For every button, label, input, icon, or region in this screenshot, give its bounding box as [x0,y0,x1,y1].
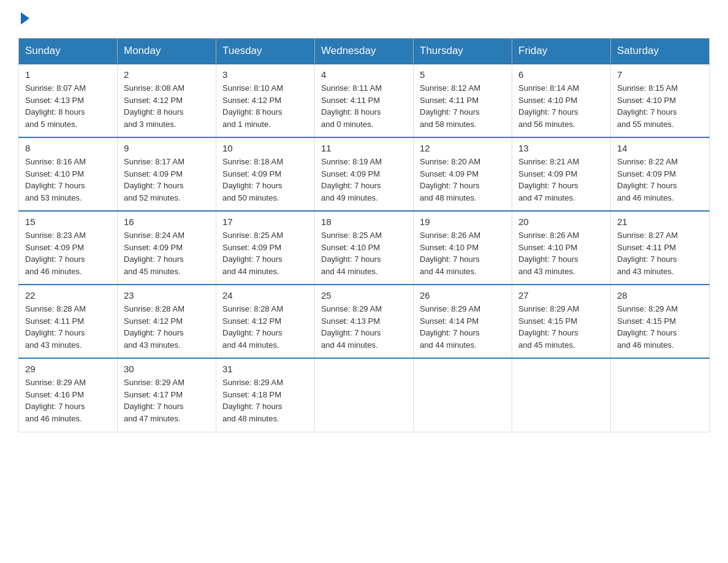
calendar-cell: 17 Sunrise: 8:25 AMSunset: 4:09 PMDaylig… [216,211,315,285]
day-number: 4 [321,69,407,80]
header-saturday: Saturday [611,39,710,64]
day-number: 3 [222,69,308,80]
page-header [18,12,710,26]
calendar-cell: 25 Sunrise: 8:29 AMSunset: 4:13 PMDaylig… [315,285,414,358]
calendar-cell: 18 Sunrise: 8:25 AMSunset: 4:10 PMDaylig… [315,211,414,285]
calendar-cell: 27 Sunrise: 8:29 AMSunset: 4:15 PMDaylig… [512,285,611,358]
day-number: 17 [222,216,308,227]
header-wednesday: Wednesday [315,39,414,64]
calendar-cell: 21 Sunrise: 8:27 AMSunset: 4:11 PMDaylig… [611,211,710,285]
calendar-cell: 16 Sunrise: 8:24 AMSunset: 4:09 PMDaylig… [118,211,216,285]
day-info: Sunrise: 8:20 AMSunset: 4:09 PMDaylight:… [420,156,506,204]
day-number: 12 [420,143,506,153]
calendar-cell: 14 Sunrise: 8:22 AMSunset: 4:09 PMDaylig… [611,137,710,211]
day-number: 29 [25,364,111,374]
calendar-cell: 11 Sunrise: 8:19 AMSunset: 4:09 PMDaylig… [315,137,414,211]
day-number: 7 [617,69,703,80]
calendar-cell: 9 Sunrise: 8:17 AMSunset: 4:09 PMDayligh… [118,137,216,211]
header-tuesday: Tuesday [216,39,315,64]
calendar-cell: 29 Sunrise: 8:29 AMSunset: 4:16 PMDaylig… [19,358,118,432]
day-info: Sunrise: 8:28 AMSunset: 4:12 PMDaylight:… [124,303,210,351]
logo [18,12,29,26]
week-row-2: 8 Sunrise: 8:16 AMSunset: 4:10 PMDayligh… [19,137,710,211]
day-info: Sunrise: 8:19 AMSunset: 4:09 PMDaylight:… [321,156,407,204]
header-row: SundayMondayTuesdayWednesdayThursdayFrid… [19,39,710,64]
day-info: Sunrise: 8:24 AMSunset: 4:09 PMDaylight:… [124,229,210,277]
calendar-cell: 12 Sunrise: 8:20 AMSunset: 4:09 PMDaylig… [414,137,512,211]
day-info: Sunrise: 8:25 AMSunset: 4:10 PMDaylight:… [321,229,407,277]
day-info: Sunrise: 8:14 AMSunset: 4:10 PMDaylight:… [518,82,604,130]
calendar-cell: 3 Sunrise: 8:10 AMSunset: 4:12 PMDayligh… [216,64,315,137]
calendar-cell [611,358,710,432]
day-number: 13 [518,143,604,153]
day-info: Sunrise: 8:27 AMSunset: 4:11 PMDaylight:… [617,229,703,277]
day-number: 24 [222,290,308,301]
day-number: 23 [124,290,210,301]
day-info: Sunrise: 8:29 AMSunset: 4:13 PMDaylight:… [321,303,407,351]
day-number: 19 [420,216,506,227]
day-info: Sunrise: 8:23 AMSunset: 4:09 PMDaylight:… [25,229,111,277]
day-number: 26 [420,290,506,301]
day-number: 18 [321,216,407,227]
day-info: Sunrise: 8:18 AMSunset: 4:09 PMDaylight:… [222,156,308,204]
day-info: Sunrise: 8:29 AMSunset: 4:14 PMDaylight:… [420,303,506,351]
day-info: Sunrise: 8:07 AMSunset: 4:13 PMDaylight:… [25,82,111,130]
day-info: Sunrise: 8:15 AMSunset: 4:10 PMDaylight:… [617,82,703,130]
day-number: 5 [420,69,506,80]
calendar-cell: 28 Sunrise: 8:29 AMSunset: 4:15 PMDaylig… [611,285,710,358]
calendar-cell: 26 Sunrise: 8:29 AMSunset: 4:14 PMDaylig… [414,285,512,358]
week-row-3: 15 Sunrise: 8:23 AMSunset: 4:09 PMDaylig… [19,211,710,285]
day-number: 25 [321,290,407,301]
day-number: 30 [124,364,210,374]
calendar-cell [315,358,414,432]
day-info: Sunrise: 8:16 AMSunset: 4:10 PMDaylight:… [25,156,111,204]
calendar-cell: 4 Sunrise: 8:11 AMSunset: 4:11 PMDayligh… [315,64,414,137]
day-number: 1 [25,69,111,80]
day-number: 15 [25,216,111,227]
calendar-table: SundayMondayTuesdayWednesdayThursdayFrid… [18,38,710,432]
week-row-5: 29 Sunrise: 8:29 AMSunset: 4:16 PMDaylig… [19,358,710,432]
calendar-cell [512,358,611,432]
day-info: Sunrise: 8:22 AMSunset: 4:09 PMDaylight:… [617,156,703,204]
day-info: Sunrise: 8:17 AMSunset: 4:09 PMDaylight:… [124,156,210,204]
calendar-cell: 5 Sunrise: 8:12 AMSunset: 4:11 PMDayligh… [414,64,512,137]
calendar-cell: 31 Sunrise: 8:29 AMSunset: 4:18 PMDaylig… [216,358,315,432]
calendar-cell: 15 Sunrise: 8:23 AMSunset: 4:09 PMDaylig… [19,211,118,285]
logo-chevron-icon [21,12,29,25]
calendar-cell: 1 Sunrise: 8:07 AMSunset: 4:13 PMDayligh… [19,64,118,137]
calendar-cell: 6 Sunrise: 8:14 AMSunset: 4:10 PMDayligh… [512,64,611,137]
day-info: Sunrise: 8:25 AMSunset: 4:09 PMDaylight:… [222,229,308,277]
calendar-cell: 30 Sunrise: 8:29 AMSunset: 4:17 PMDaylig… [118,358,216,432]
day-number: 2 [124,69,210,80]
day-info: Sunrise: 8:26 AMSunset: 4:10 PMDaylight:… [420,229,506,277]
day-info: Sunrise: 8:28 AMSunset: 4:12 PMDaylight:… [222,303,308,351]
day-info: Sunrise: 8:29 AMSunset: 4:15 PMDaylight:… [518,303,604,351]
day-number: 31 [222,364,308,374]
day-info: Sunrise: 8:11 AMSunset: 4:11 PMDaylight:… [321,82,407,130]
day-number: 20 [518,216,604,227]
calendar-cell: 8 Sunrise: 8:16 AMSunset: 4:10 PMDayligh… [19,137,118,211]
calendar-cell: 2 Sunrise: 8:08 AMSunset: 4:12 PMDayligh… [118,64,216,137]
day-number: 14 [617,143,703,153]
day-info: Sunrise: 8:29 AMSunset: 4:17 PMDaylight:… [124,377,210,424]
header-sunday: Sunday [19,39,118,64]
calendar-cell: 23 Sunrise: 8:28 AMSunset: 4:12 PMDaylig… [118,285,216,358]
day-number: 10 [222,143,308,153]
week-row-1: 1 Sunrise: 8:07 AMSunset: 4:13 PMDayligh… [19,64,710,137]
calendar-cell: 20 Sunrise: 8:26 AMSunset: 4:10 PMDaylig… [512,211,611,285]
day-info: Sunrise: 8:26 AMSunset: 4:10 PMDaylight:… [518,229,604,277]
day-info: Sunrise: 8:12 AMSunset: 4:11 PMDaylight:… [420,82,506,130]
header-friday: Friday [512,39,611,64]
calendar-cell: 10 Sunrise: 8:18 AMSunset: 4:09 PMDaylig… [216,137,315,211]
day-number: 21 [617,216,703,227]
day-info: Sunrise: 8:08 AMSunset: 4:12 PMDaylight:… [124,82,210,130]
calendar-cell: 22 Sunrise: 8:28 AMSunset: 4:11 PMDaylig… [19,285,118,358]
day-number: 22 [25,290,111,301]
day-number: 8 [25,143,111,153]
day-number: 6 [518,69,604,80]
day-info: Sunrise: 8:28 AMSunset: 4:11 PMDaylight:… [25,303,111,351]
day-info: Sunrise: 8:29 AMSunset: 4:15 PMDaylight:… [617,303,703,351]
day-info: Sunrise: 8:29 AMSunset: 4:16 PMDaylight:… [25,377,111,424]
day-info: Sunrise: 8:21 AMSunset: 4:09 PMDaylight:… [518,156,604,204]
calendar-cell: 24 Sunrise: 8:28 AMSunset: 4:12 PMDaylig… [216,285,315,358]
